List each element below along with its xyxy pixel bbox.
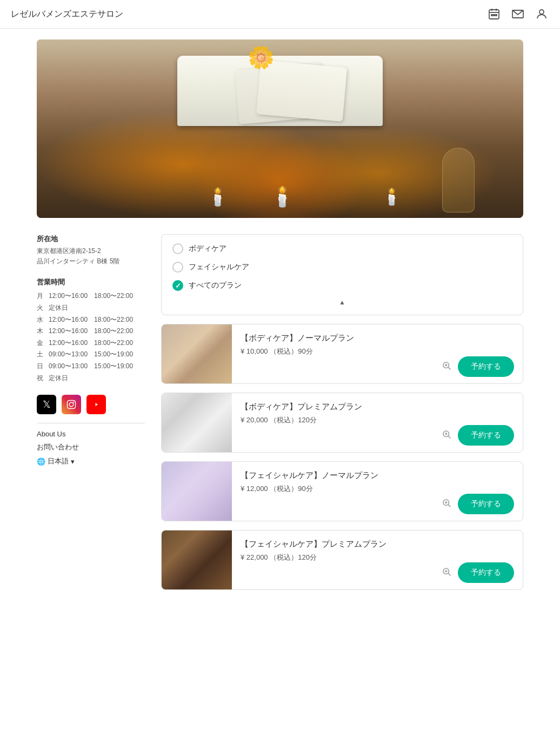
contact-link[interactable]: お問い合わせ <box>37 442 145 452</box>
book-button-facial-premium[interactable]: 予約する <box>458 562 514 583</box>
address-section: 所在地 東京都港区港南2-15-2 品川インターシティ B棟 5階 <box>37 234 145 267</box>
hours-time: 定休日 <box>49 373 145 384</box>
social-icons: 𝕏 <box>37 395 145 414</box>
site-logo: レゼルバメンズエステサロン <box>11 9 123 20</box>
hours-list: 月12:00〜16:00 18:00〜22:00火定休日水12:00〜16:00… <box>37 290 145 384</box>
globe-icon: 🌐 <box>37 457 45 466</box>
svg-rect-5 <box>494 15 495 16</box>
language-label: 日本語 <box>48 456 69 466</box>
sidebar: 所在地 東京都港区港南2-15-2 品川インターシティ B棟 5階 営業時間 月… <box>37 234 145 599</box>
user-icon[interactable] <box>534 6 549 22</box>
hours-label: 営業時間 <box>37 277 145 287</box>
hours-row: 金12:00〜16:00 18:00〜22:00 <box>37 337 145 349</box>
language-selector[interactable]: 🌐 日本語 ▾ <box>37 456 145 466</box>
hours-day: 月 <box>37 290 49 302</box>
hours-row: 土09:00〜13:00 15:00〜19:00 <box>37 349 145 361</box>
hours-time: 12:00〜16:00 18:00〜22:00 <box>49 314 145 326</box>
filter-option-facial-care[interactable]: フェイシャルケア <box>172 262 512 273</box>
hours-time: 09:00〜13:00 15:00〜19:00 <box>49 361 145 373</box>
service-name-body-normal: 【ボディケア】ノーマルプラン <box>241 333 514 343</box>
service-card-facial-premium: 【フェイシャルケア】プレミアムプラン ¥ 22,000 （税込）120分 予約す… <box>161 530 523 590</box>
service-info-facial-premium: 【フェイシャルケア】プレミアムプラン ¥ 22,000 （税込）120分 予約す… <box>232 530 523 589</box>
service-actions-facial-normal: 予約する <box>241 494 514 514</box>
address-line2: 品川インターシティ B棟 5階 <box>37 256 145 267</box>
svg-line-18 <box>448 436 450 438</box>
about-us-link[interactable]: About Us <box>37 430 145 438</box>
book-button-facial-normal[interactable]: 予約する <box>458 494 514 514</box>
svg-rect-4 <box>491 15 492 16</box>
service-name-facial-premium: 【フェイシャルケア】プレミアムプラン <box>241 539 514 549</box>
service-name-facial-normal: 【フェイシャルケア】ノーマルプラン <box>241 470 514 481</box>
service-info-facial-normal: 【フェイシャルケア】ノーマルプラン ¥ 12,000 （税込）90分 予約する <box>232 462 523 521</box>
hours-time: 12:00〜16:00 18:00〜22:00 <box>49 326 145 337</box>
main-content: 所在地 東京都港区港南2-15-2 品川インターシティ B棟 5階 営業時間 月… <box>26 229 534 620</box>
service-name-body-premium: 【ボディケア】プレミアムプラン <box>241 402 514 412</box>
mail-icon[interactable] <box>510 6 525 22</box>
hours-day: 祝 <box>37 373 49 384</box>
book-button-body-premium[interactable]: 予約する <box>458 425 514 446</box>
service-price-note: （税込）120分 <box>270 416 317 424</box>
svg-line-26 <box>448 573 450 575</box>
svg-line-14 <box>448 367 450 369</box>
service-price-facial-premium: ¥ 22,000 （税込）120分 <box>241 553 514 562</box>
service-image-body-premium <box>162 393 232 452</box>
service-price-note: （税込）90分 <box>270 347 312 355</box>
service-price-note: （税込）90分 <box>270 485 312 493</box>
service-info-body-normal: 【ボディケア】ノーマルプラン ¥ 10,000 （税込）90分 予約する <box>232 324 523 383</box>
service-card-body-premium: 【ボディケア】プレミアムプラン ¥ 20,000 （税込）120分 予約する <box>161 393 523 453</box>
hours-time: 12:00〜16:00 18:00〜22:00 <box>49 337 145 349</box>
radio-checked <box>172 280 183 291</box>
hero-image: 🌼 🕯️ 🕯️ 🕯️ <box>37 39 523 218</box>
service-list: 【ボディケア】ノーマルプラン ¥ 10,000 （税込）90分 予約する 【 <box>161 324 523 590</box>
filter-option-body-care[interactable]: ボディケア <box>172 243 512 254</box>
radio-circle <box>172 243 183 254</box>
service-image-facial-premium <box>162 530 232 589</box>
hours-time: 12:00〜16:00 18:00〜22:00 <box>49 290 145 302</box>
sidebar-divider <box>37 423 145 423</box>
hours-day: 火 <box>37 302 49 314</box>
hours-row: 月12:00〜16:00 18:00〜22:00 <box>37 290 145 302</box>
service-price-body-premium: ¥ 20,000 （税込）120分 <box>241 415 514 425</box>
filter-box: ボディケアフェイシャルケアすべてのプラン▲ <box>161 234 523 315</box>
zoom-icon-body-premium[interactable] <box>442 429 451 441</box>
hours-row: 祝定休日 <box>37 373 145 384</box>
twitter-x-icon[interactable]: 𝕏 <box>37 395 56 414</box>
address-line1: 東京都港区港南2-15-2 <box>37 246 145 256</box>
service-image-body-normal <box>162 324 232 383</box>
svg-line-22 <box>448 505 450 507</box>
book-button-body-normal[interactable]: 予約する <box>458 356 514 377</box>
address-label: 所在地 <box>37 234 145 244</box>
zoom-icon-facial-normal[interactable] <box>442 498 451 510</box>
svg-rect-6 <box>496 15 497 16</box>
filter-label: フェイシャルケア <box>189 262 249 272</box>
hours-row: 火定休日 <box>37 302 145 314</box>
service-actions-body-normal: 予約する <box>241 356 514 377</box>
hours-day: 土 <box>37 349 49 361</box>
svg-point-8 <box>539 10 544 14</box>
service-image-facial-normal <box>162 462 232 521</box>
svg-point-11 <box>73 402 74 403</box>
radio-circle <box>172 262 183 273</box>
zoom-icon-body-normal[interactable] <box>442 361 451 373</box>
svg-point-10 <box>69 402 74 407</box>
hours-row: 日09:00〜13:00 15:00〜19:00 <box>37 361 145 373</box>
language-chevron: ▾ <box>71 457 75 466</box>
filter-label: ボディケア <box>189 244 226 254</box>
service-price-body-normal: ¥ 10,000 （税込）90分 <box>241 347 514 356</box>
filter-collapse-icon[interactable]: ▲ <box>172 298 512 306</box>
hours-day: 金 <box>37 337 49 349</box>
content-area: ボディケアフェイシャルケアすべてのプラン▲ 【ボディケア】ノーマルプラン ¥ 1… <box>161 234 523 599</box>
hours-row: 水12:00〜16:00 18:00〜22:00 <box>37 314 145 326</box>
service-price-facial-normal: ¥ 12,000 （税込）90分 <box>241 484 514 494</box>
hours-section: 営業時間 月12:00〜16:00 18:00〜22:00火定休日水12:00〜… <box>37 277 145 384</box>
filter-option-all-plans[interactable]: すべてのプラン <box>172 280 512 291</box>
hours-day: 水 <box>37 314 49 326</box>
filter-label: すべてのプラン <box>189 281 242 290</box>
header: レゼルバメンズエステサロン <box>0 0 560 29</box>
zoom-icon-facial-premium[interactable] <box>442 567 451 579</box>
hours-day: 日 <box>37 361 49 373</box>
service-actions-body-premium: 予約する <box>241 425 514 446</box>
calendar-icon[interactable] <box>486 6 502 22</box>
instagram-icon[interactable] <box>62 395 81 414</box>
youtube-icon[interactable] <box>86 395 106 414</box>
